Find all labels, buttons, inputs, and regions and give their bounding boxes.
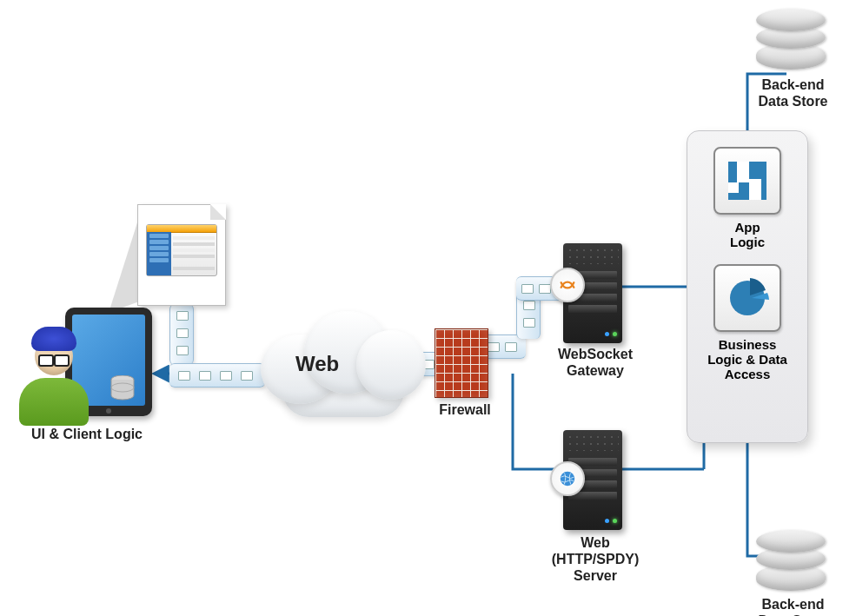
svg-rect-7	[728, 182, 739, 193]
app-logic-label: App Logic	[730, 220, 765, 250]
web-server-label: Web (HTTP/SPDY) Server	[539, 534, 652, 585]
firewall-label: Firewall	[430, 401, 500, 418]
websocket-badge-icon	[550, 268, 585, 302]
db-bottom-label: Back-end Data Store	[743, 596, 843, 616]
svg-rect-5	[737, 162, 749, 182]
client-local-store-icon	[109, 375, 136, 403]
flow-client-vert	[169, 304, 194, 365]
biz-logic-tile-icon	[713, 264, 781, 332]
svg-marker-0	[109, 217, 139, 313]
client-label: UI & Client Logic	[17, 426, 156, 442]
globe-badge-icon	[550, 461, 585, 496]
db-bottom-icon	[756, 530, 826, 593]
db-top-icon	[756, 9, 826, 71]
cloud-label: Web	[295, 352, 339, 377]
user-icon	[19, 321, 89, 426]
svg-rect-6	[749, 179, 761, 200]
firewall-icon	[435, 328, 488, 398]
architecture-diagram: { "nodes": { "client": { "label": "UI & …	[0, 0, 856, 616]
svg-point-3	[561, 472, 575, 487]
db-top-label: Back-end Data Store	[743, 76, 843, 109]
app-window-icon	[146, 224, 217, 276]
ws-gateway-label: WebSocket Gateway	[543, 346, 647, 379]
biz-logic-label: Business Logic & Data Access	[707, 337, 787, 382]
app-logic-tile-icon	[713, 147, 781, 215]
logic-panel: App Logic Business Logic & Data Access	[687, 130, 808, 443]
